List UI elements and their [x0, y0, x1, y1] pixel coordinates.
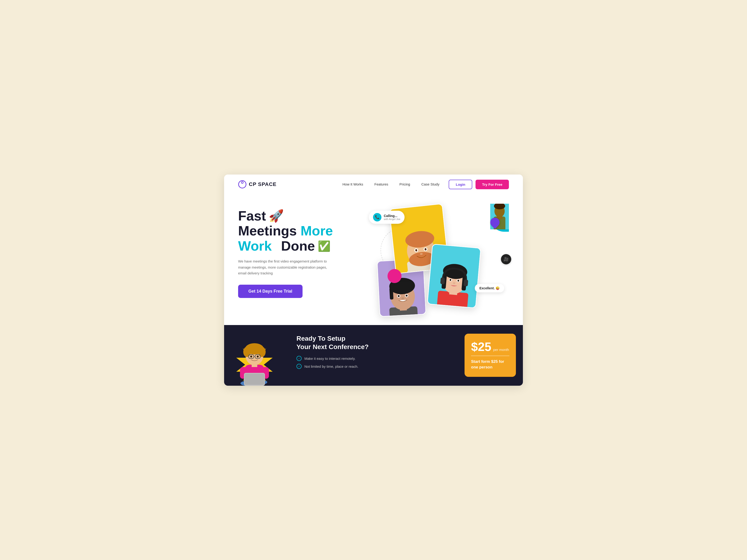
- nav-link-features[interactable]: Features: [375, 182, 388, 186]
- calling-sub: with Angel Joe: [384, 218, 400, 220]
- svg-point-55: [243, 347, 251, 357]
- svg-rect-51: [244, 374, 264, 385]
- pricing-amount: $25 per month: [471, 341, 509, 353]
- sitting-person-svg: [236, 339, 273, 386]
- hero-title: Fast 🚀 Meetings More Work Done ✅: [238, 208, 374, 254]
- svg-rect-33: [463, 279, 468, 286]
- nav-item-case-study[interactable]: Case Study: [421, 182, 440, 186]
- svg-point-60: [250, 355, 252, 357]
- hero-right: 📞 Calling... with Angel Joe Excellent. 😜…: [374, 204, 509, 325]
- hero-left: Fast 🚀 Meetings More Work Done ✅ We have…: [238, 204, 374, 298]
- nav-item-pricing[interactable]: Pricing: [400, 182, 410, 186]
- bottom-title-line1: Ready To Setup: [297, 335, 345, 342]
- bottom-left: [224, 325, 285, 386]
- calling-label: Calling...: [384, 214, 400, 218]
- hero-section: Fast 🚀 Meetings More Work Done ✅ We have…: [224, 194, 523, 325]
- nav-item-features[interactable]: Features: [375, 182, 388, 186]
- title-work: Work: [238, 238, 272, 254]
- price-period: per month: [493, 348, 509, 352]
- checklist-item-2: ✓ Not limited by time, place or reach.: [297, 364, 446, 369]
- bottom-title: Ready To Setup Your Next Conference?: [297, 335, 446, 351]
- login-button[interactable]: Login: [449, 180, 472, 189]
- navbar: CP SPACE How It Works Features Pricing C…: [224, 175, 523, 194]
- checklist-text-1: Make it easy to interact remotely.: [304, 356, 356, 361]
- pink-circle-decoration: [387, 269, 402, 283]
- calling-text: Calling... with Angel Joe: [384, 214, 400, 220]
- bottom-right: $25 per month Start form $25 for one per…: [458, 325, 523, 386]
- nav-item-how-it-works[interactable]: How It Works: [342, 182, 363, 186]
- svg-rect-32: [440, 277, 445, 284]
- red-jacket-woman-graphic: [428, 244, 481, 308]
- phone-icon: 📞: [373, 213, 382, 221]
- check-icon-2: ✓: [297, 364, 302, 369]
- checklist: ✓ Make it easy to interact remotely. ✓ N…: [297, 356, 446, 369]
- title-done: Done: [281, 238, 315, 254]
- pricing-card: $25 per month Start form $25 for one per…: [465, 334, 516, 377]
- svg-point-61: [257, 355, 259, 357]
- rocket-emoji: 🚀: [269, 209, 284, 222]
- person-sitting: [236, 339, 273, 386]
- hero-title-line3: Work Done ✅: [238, 238, 374, 254]
- bottom-section: Ready To Setup Your Next Conference? ✓ M…: [224, 325, 523, 386]
- price-divider: [471, 355, 509, 356]
- page-wrapper: CP SPACE How It Works Features Pricing C…: [224, 175, 523, 386]
- svg-point-1: [241, 182, 243, 183]
- checklist-item-1: ✓ Make it easy to interact remotely.: [297, 356, 446, 361]
- nav-link-pricing[interactable]: Pricing: [400, 182, 410, 186]
- price-amount: $25: [471, 341, 491, 353]
- title-more: More: [301, 223, 333, 238]
- camera-icon: 🎥: [501, 254, 511, 264]
- try-for-free-button[interactable]: Try For Free: [475, 180, 509, 189]
- excellent-bubble: Excellent. 😜: [475, 284, 504, 292]
- hero-title-line2: Meetings More: [238, 223, 374, 238]
- checklist-text-2: Not limited by time, place or reach.: [304, 365, 358, 368]
- excellent-label: Excellent. 😜: [480, 286, 499, 290]
- hero-description: We have meetings the first video engagem…: [238, 258, 336, 276]
- trial-cta-button[interactable]: Get 14 Days Free Trial: [238, 285, 303, 298]
- bottom-middle: Ready To Setup Your Next Conference? ✓ M…: [285, 325, 458, 386]
- bottom-title-line2: Your Next Conference?: [297, 343, 368, 350]
- badge-emoji: ✅: [318, 240, 331, 252]
- video-card-red-jacket: [427, 244, 481, 308]
- svg-point-56: [258, 347, 266, 357]
- logo-text: CP SPACE: [249, 181, 276, 187]
- calling-bubble: 📞 Calling... with Angel Joe: [369, 211, 405, 224]
- nav-link-case-study[interactable]: Case Study: [421, 182, 440, 186]
- hero-title-line1: Fast 🚀: [238, 208, 374, 223]
- title-fast: Fast: [238, 208, 266, 223]
- logo-icon: [238, 180, 247, 189]
- nav-links: How It Works Features Pricing Case Study: [342, 182, 440, 186]
- svg-rect-19: [389, 288, 393, 299]
- nav-link-how-it-works[interactable]: How It Works: [342, 182, 363, 186]
- logo: CP SPACE: [238, 180, 276, 189]
- price-description: Start form $25 for one person: [471, 359, 509, 370]
- check-icon-1: ✓: [297, 356, 302, 361]
